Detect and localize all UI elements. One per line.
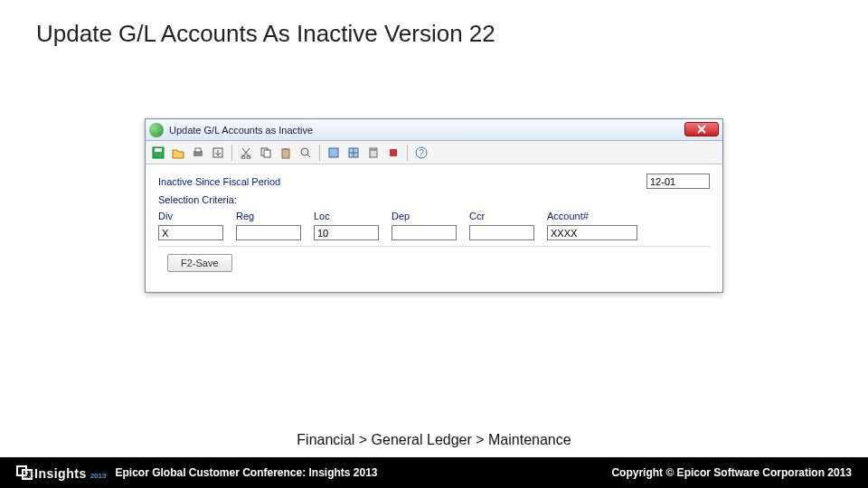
logo-word: Insights (34, 466, 87, 481)
div-input[interactable] (158, 225, 223, 240)
toolbar-separator (407, 145, 408, 161)
col-header-ccr: Ccr (469, 211, 534, 223)
col-header-dep: Dep (392, 211, 457, 223)
col-header-div: Div (158, 211, 223, 223)
f2-save-button[interactable]: F2-Save (167, 254, 232, 272)
svg-point-11 (301, 148, 308, 155)
loc-input[interactable] (314, 225, 379, 240)
print-icon[interactable] (189, 144, 207, 162)
dep-input[interactable] (392, 225, 457, 240)
window-titlebar: Update G/L Accounts as Inactive (146, 119, 722, 141)
svg-rect-16 (390, 149, 397, 156)
svg-rect-15 (371, 149, 376, 151)
selection-criteria-label: Selection Criteria: (158, 194, 237, 205)
cut-icon[interactable] (237, 144, 255, 162)
slide-footer: Insights 2013 Epicor Global Customer Con… (0, 457, 868, 488)
col-header-loc: Loc (314, 211, 379, 223)
inactive-since-label: Inactive Since Fiscal Period (158, 176, 646, 187)
ccr-input[interactable] (469, 225, 534, 240)
fiscal-period-input[interactable] (646, 174, 710, 189)
logo-year: 2013 (90, 472, 107, 480)
grid2-icon[interactable] (344, 144, 363, 162)
open-icon[interactable] (169, 144, 187, 162)
grid1-icon[interactable] (325, 144, 343, 162)
slide-title: Update G/L Accounts As Inactive Version … (0, 0, 868, 55)
breadcrumb: Financial > General Ledger > Maintenance (0, 432, 868, 457)
app-window: Update G/L Accounts as Inactive (145, 118, 723, 293)
copyright-label: Copyright © Epicor Software Corporation … (611, 466, 852, 479)
svg-rect-1 (155, 148, 162, 152)
svg-rect-12 (329, 148, 338, 157)
col-header-account: Account# (547, 211, 637, 223)
page-number: 23 (24, 470, 33, 480)
conference-label: Epicor Global Customer Conference: Insig… (115, 466, 377, 479)
export-icon[interactable] (209, 144, 227, 162)
save-icon[interactable] (149, 144, 167, 162)
help-icon[interactable]: ? (412, 144, 430, 162)
paste-icon[interactable] (277, 144, 295, 162)
stop-icon[interactable] (384, 144, 402, 162)
toolbar-separator (319, 145, 320, 161)
search-icon[interactable] (297, 144, 315, 162)
calc-icon[interactable] (364, 144, 382, 162)
svg-rect-3 (195, 148, 201, 152)
svg-rect-8 (264, 150, 270, 157)
svg-rect-9 (282, 149, 289, 158)
account-input[interactable] (547, 225, 637, 240)
svg-text:?: ? (419, 148, 424, 158)
svg-rect-10 (284, 148, 288, 150)
reg-input[interactable] (236, 225, 301, 240)
toolbar: ? (146, 141, 722, 164)
close-icon (697, 125, 706, 134)
toolbar-separator (231, 145, 232, 161)
window-title: Update G/L Accounts as Inactive (169, 125, 313, 136)
close-button[interactable] (684, 122, 719, 136)
app-icon (149, 123, 164, 137)
content-area: Update G/L Accounts as Inactive (0, 55, 868, 432)
criteria-columns: Div Reg Loc Dep (158, 211, 710, 240)
copy-icon[interactable] (257, 144, 275, 162)
form-body: Inactive Since Fiscal Period Selection C… (146, 164, 722, 292)
col-header-reg: Reg (236, 211, 301, 223)
